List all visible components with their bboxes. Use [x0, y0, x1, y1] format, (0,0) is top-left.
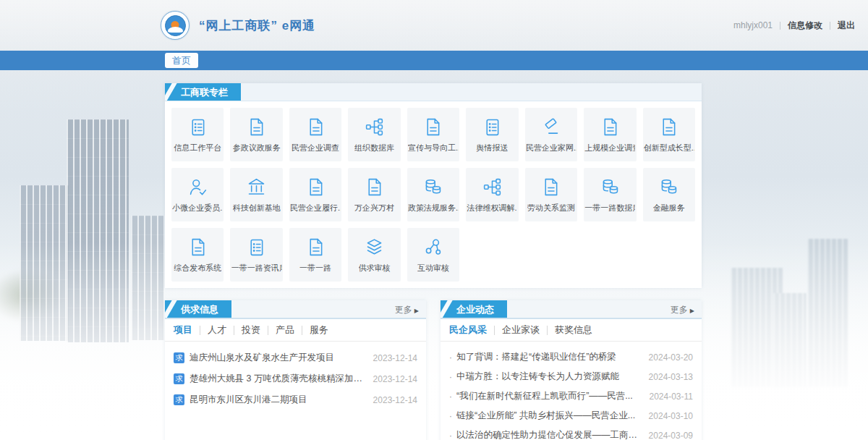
logout-link[interactable]: 退出: [838, 20, 855, 32]
shortcut-item-8[interactable]: 上规模企业调查: [584, 108, 636, 161]
tab-news_panel-3[interactable]: 获奖信息: [555, 323, 592, 337]
doc-icon: [658, 117, 679, 138]
news-item-title[interactable]: 中瑞方胜：以专注铸专长为人力资源赋能: [456, 371, 642, 383]
tab-separator: [494, 326, 495, 335]
shortcut-item-6[interactable]: 舆情报送: [466, 108, 518, 161]
shortcut-label: 创新型成长型...: [644, 143, 694, 153]
news-item-date: 2024-03-11: [650, 392, 694, 402]
header: “网上工商联” e网通 mhlyjx001 信息修改 退出: [0, 0, 868, 51]
database-icon: [658, 177, 679, 198]
tab-supply_panel-2[interactable]: 人才: [208, 323, 226, 337]
shortcut-item-18[interactable]: 金融服务: [643, 168, 695, 221]
shortcut-item-15[interactable]: 法律维权调解...: [466, 168, 518, 221]
tab-news_panel-1[interactable]: 民企风采: [449, 323, 487, 337]
news-tabs: 民企风采企业家谈获奖信息: [441, 319, 702, 342]
user-bar: mhlyjx001 信息修改 退出: [733, 20, 855, 32]
shortcut-grid: 信息工作平台参政议政服务民营企业调查组织数据库宣传与导向工...舆情报送民营企业…: [165, 101, 702, 288]
shortcut-item-3[interactable]: 民营企业调查: [289, 108, 341, 161]
gavel-icon: [540, 117, 561, 138]
shortcut-label: 一带一路资讯库: [231, 263, 282, 274]
username: mhlyjx001: [733, 20, 773, 30]
person-check-icon: [187, 177, 208, 198]
logo-bird-icon: [168, 27, 183, 33]
shortcut-label: 金融服务: [653, 203, 685, 213]
tab-supply_panel-5[interactable]: 服务: [310, 323, 328, 337]
shortcut-item-22[interactable]: 供求审核: [348, 228, 400, 282]
shortcut-item-14[interactable]: 政策法规服务...: [407, 168, 459, 221]
bullet-icon: ·: [449, 431, 452, 440]
shortcut-item-13[interactable]: 万企兴万村: [348, 168, 400, 221]
bottom-row: 供求信息 更多▶ 项目人才投资产品服务 求迪庆州山泉水及矿泉水生产开发项目202…: [165, 300, 702, 440]
shortcut-item-17[interactable]: 一带一路数据库: [584, 168, 636, 221]
bullet-icon: ·: [449, 392, 452, 402]
tab-separator: [302, 326, 302, 335]
news-item-title[interactable]: “我们在新时代新征程上凯歌而行”——民营...: [456, 390, 642, 402]
supply-item-date: 2023-12-14: [373, 374, 417, 384]
news-item-title[interactable]: 以法治的确定性助力提信心促发展——工商联...: [456, 429, 642, 440]
supply-item-title[interactable]: 迪庆州山泉水及矿泉水生产开发项目: [190, 352, 366, 364]
news-list-item: ·“我们在新时代新征程上凯歌而行”——民营...2024-03-11: [449, 386, 693, 406]
supply-more-link[interactable]: 更多▶: [395, 300, 419, 321]
federation-panel: 工商联专栏 信息工作平台参政议政服务民营企业调查组织数据库宣传与导向工...舆情…: [165, 83, 702, 288]
shortcut-item-16[interactable]: 劳动关系监测: [525, 168, 577, 221]
demand-badge: 求: [174, 352, 184, 363]
background-skyline-right: [698, 235, 868, 387]
tab-separator: [547, 326, 548, 335]
supply-list-item: 求楚雄州大姚县 3 万吨优质薄壳核桃精深加工及科...2023-12-14: [174, 368, 417, 389]
shortcut-item-11[interactable]: 科技创新基地: [230, 168, 282, 221]
tab-supply_panel-3[interactable]: 投资: [242, 323, 260, 337]
shortcut-label: 劳动关系监测: [527, 203, 575, 213]
demand-badge: 求: [174, 394, 184, 405]
shortcut-label: 民营企业调查: [292, 143, 339, 153]
supply-item-title[interactable]: 昆明市东川区东川港二期项目: [190, 394, 366, 406]
shortcut-item-21[interactable]: 一带一路: [289, 228, 341, 282]
modify-info-link[interactable]: 信息修改: [788, 20, 822, 32]
shortcut-item-2[interactable]: 参政议政服务: [230, 108, 282, 161]
content: 工商联专栏 信息工作平台参政议政服务民营企业调查组织数据库宣传与导向工...舆情…: [165, 83, 702, 440]
shortcut-label: 小微企业委员...: [172, 203, 223, 213]
tab-news_panel-2[interactable]: 企业家谈: [502, 323, 540, 337]
shortcut-item-12[interactable]: 民营企业履行...: [289, 168, 341, 221]
news-more-link[interactable]: 更多▶: [671, 300, 694, 321]
org-chart-icon: [364, 117, 385, 138]
shortcut-item-5[interactable]: 宣传与导向工...: [407, 108, 459, 161]
shortcut-item-20[interactable]: 一带一路资讯库: [230, 228, 282, 282]
shortcut-label: 法律维权调解...: [467, 203, 517, 213]
nav-home-button[interactable]: 首页: [165, 53, 198, 68]
list-doc-icon: [482, 117, 503, 138]
shortcut-label: 组织数据库: [354, 143, 394, 153]
news-list-item: ·链接“企业所能” 共助乡村振兴——民营企业...2024-03-10: [449, 406, 693, 426]
list-doc-icon: [187, 117, 208, 138]
news-item-title[interactable]: 知了背调：搭建起“传递职业信任”的桥梁: [456, 351, 642, 363]
news-item-title[interactable]: 链接“企业所能” 共助乡村振兴——民营企业...: [456, 410, 642, 422]
doc-icon: [364, 177, 385, 198]
shortcut-label: 参政议政服务: [233, 143, 281, 153]
supply-item-date: 2023-12-14: [373, 395, 417, 405]
shortcut-item-4[interactable]: 组织数据库: [348, 108, 400, 161]
doc-icon: [540, 177, 561, 198]
federation-panel-title: 工商联专栏: [165, 83, 241, 101]
news-list-item: ·知了背调：搭建起“传递职业信任”的桥梁2024-03-20: [449, 347, 693, 367]
supply-demand-panel: 供求信息 更多▶ 项目人才投资产品服务 求迪庆州山泉水及矿泉水生产开发项目202…: [165, 300, 426, 440]
shortcut-item-9[interactable]: 创新型成长型...: [643, 108, 695, 161]
shortcut-label: 民营企业履行...: [290, 203, 341, 213]
site-title: “网上工商联” e网通: [199, 17, 315, 34]
tab-supply_panel-4[interactable]: 产品: [276, 323, 294, 337]
doc-icon: [422, 117, 443, 138]
supply-item-title[interactable]: 楚雄州大姚县 3 万吨优质薄壳核桃精深加工及科...: [190, 373, 366, 385]
news-item-date: 2024-03-10: [649, 411, 693, 421]
shortcut-label: 上规模企业调查: [584, 143, 635, 153]
shortcut-item-10[interactable]: 小微企业委员...: [171, 168, 224, 221]
news-list-item: ·以法治的确定性助力提信心促发展——工商联...2024-03-09: [449, 426, 693, 440]
org-chart-icon: [482, 177, 503, 198]
shortcut-label: 科技创新基地: [233, 203, 281, 213]
shortcut-item-7[interactable]: 民营企业家网...: [525, 108, 577, 161]
shortcut-label: 舆情报送: [476, 143, 508, 153]
shortcut-label: 万企兴万村: [354, 203, 394, 213]
shortcut-item-23[interactable]: 互动审核: [407, 228, 459, 282]
enterprise-news-header: 企业动态 更多▶: [441, 300, 702, 319]
shortcut-item-19[interactable]: 综合发布系统: [171, 228, 224, 282]
shortcut-item-1[interactable]: 信息工作平台: [171, 108, 224, 161]
supply-demand-title: 供求信息: [165, 300, 231, 318]
tab-supply_panel-1[interactable]: 项目: [174, 323, 192, 337]
